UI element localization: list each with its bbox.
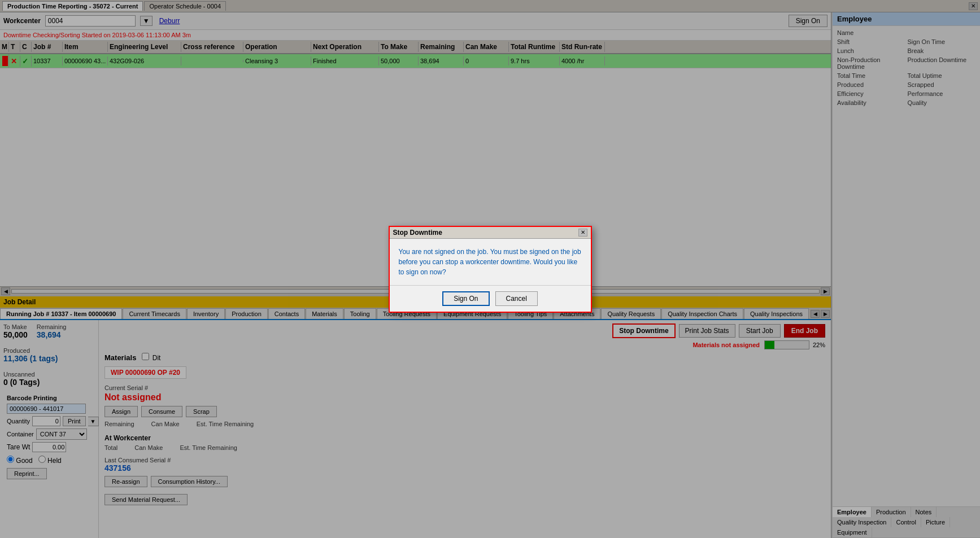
modal-titlebar: Stop Downtime ✕ [390, 227, 591, 239]
stop-downtime-dialog: Stop Downtime ✕ You are not signed on th… [389, 226, 592, 313]
modal-title: Stop Downtime [393, 229, 578, 237]
modal-cancel-button[interactable]: Cancel [495, 291, 538, 306]
modal-body: You are not signed on the job. You must … [390, 239, 591, 285]
modal-sign-on-button[interactable]: Sign On [442, 291, 489, 306]
modal-footer: Sign On Cancel [390, 285, 591, 312]
modal-close-button[interactable]: ✕ [578, 229, 587, 237]
modal-overlay: Stop Downtime ✕ You are not signed on th… [0, 0, 980, 538]
